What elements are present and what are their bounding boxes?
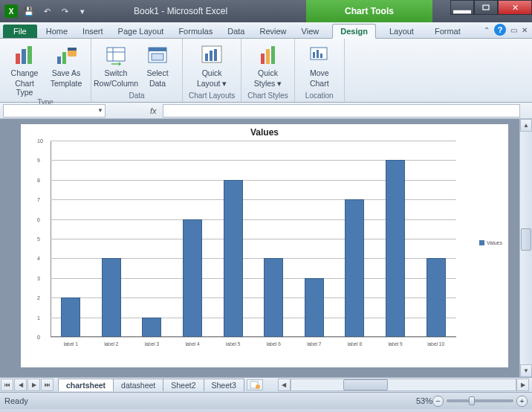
sheet-tab-bar: ⏮ ◀ ▶ ⏭ chartsheet datasheet Sheet2 Shee… (0, 378, 532, 393)
zoom-in-button[interactable]: + (516, 396, 528, 407)
svg-rect-17 (210, 51, 213, 61)
scroll-up-button[interactable]: ▲ (520, 119, 532, 132)
new-sheet-button[interactable] (247, 379, 263, 390)
chart-bar[interactable] (142, 318, 161, 337)
sheet-tab-sheet3[interactable]: Sheet3 (204, 379, 244, 391)
zoom-out-button[interactable]: − (432, 396, 444, 407)
formula-input[interactable] (163, 104, 520, 118)
vertical-scrollbar[interactable]: ▲ ▼ (519, 119, 532, 377)
undo-icon[interactable]: ↶ (39, 3, 55, 19)
sheet-nav-last[interactable]: ⏭ (41, 379, 53, 391)
svg-rect-25 (320, 54, 322, 58)
group-label-location: Location (305, 90, 334, 102)
quick-styles-button[interactable]: Quick Styles ▾ (250, 42, 287, 90)
chart-sheet[interactable]: Values 012345678910 label 1label 2label … (20, 123, 509, 368)
tab-layout[interactable]: Layout (382, 25, 421, 38)
tab-file[interactable]: File (3, 25, 37, 38)
chart-legend[interactable]: Values (479, 240, 502, 245)
maximize-button[interactable] (474, 0, 498, 15)
ribbon-group-type: Change Chart Type Save As Template Type (0, 39, 91, 102)
select-data-button[interactable]: Select Data (139, 42, 176, 90)
chart-title[interactable]: Values (21, 124, 508, 138)
sheet-nav-prev[interactable]: ◀ (14, 379, 27, 391)
svg-rect-14 (152, 54, 163, 60)
save-as-template-button[interactable]: Save As Template (48, 42, 85, 97)
tab-design[interactable]: Design (332, 24, 376, 39)
hscroll-right[interactable]: ▶ (516, 379, 529, 391)
sheet-nav-next[interactable]: ▶ (27, 379, 40, 391)
excel-icon[interactable]: X (3, 3, 19, 19)
svg-rect-5 (57, 57, 61, 64)
qat-customize-icon[interactable]: ▾ (74, 3, 91, 19)
work-area: Values 012345678910 label 1label 2label … (0, 119, 532, 378)
hscroll-track[interactable] (291, 379, 516, 391)
sheet-tab-chartsheet[interactable]: chartsheet (58, 379, 114, 391)
change-chart-type-button[interactable]: Change Chart Type (6, 42, 43, 97)
chart-bar[interactable] (426, 258, 446, 337)
chart-bar[interactable] (102, 258, 121, 337)
bar-slot: label 3 (132, 141, 172, 337)
chart-bar[interactable] (264, 258, 283, 337)
scroll-thumb[interactable] (521, 228, 531, 251)
chart-bar[interactable] (61, 297, 80, 337)
workbook-restore-icon[interactable]: ▭ (510, 26, 517, 34)
tab-format[interactable]: Format (427, 25, 468, 38)
y-tick-label: 4 (37, 256, 40, 261)
redo-icon[interactable]: ↷ (56, 3, 73, 19)
chart-plot-area[interactable]: 012345678910 label 1label 2label 3label … (51, 141, 456, 349)
name-box[interactable]: ▼ (3, 104, 106, 118)
minimize-button[interactable] (450, 0, 474, 15)
quick-layout-button[interactable]: Quick Layout ▾ (193, 42, 230, 90)
select-data-icon (146, 43, 169, 67)
zoom-track[interactable] (447, 399, 513, 402)
zoom-thumb[interactable] (469, 396, 475, 405)
chart-bar[interactable] (183, 219, 202, 337)
hscroll-thumb[interactable] (343, 379, 388, 390)
workbook-close-icon[interactable]: ✕ (522, 26, 528, 34)
group-label-data: Data (129, 90, 144, 102)
chart-bar[interactable] (345, 199, 364, 337)
horizontal-scrollbar[interactable]: ◀ ▶ (278, 379, 529, 391)
template-icon (54, 43, 78, 67)
chart-bar[interactable] (386, 160, 405, 337)
tab-review[interactable]: Review (252, 25, 293, 38)
chart-bar[interactable] (224, 180, 243, 337)
bar-slot: label 5 (213, 141, 253, 337)
bar-slot: label 4 (172, 141, 213, 337)
tab-page-layout[interactable]: Page Layout (111, 25, 172, 38)
formula-bar: ▼ fx (0, 103, 532, 119)
sheet-tab-datasheet[interactable]: datasheet (113, 379, 163, 391)
y-tick-label: 3 (37, 275, 40, 280)
zoom-slider[interactable]: − + (432, 396, 528, 407)
hscroll-left[interactable]: ◀ (278, 379, 291, 391)
ribbon-group-chart-layouts: Quick Layout ▾ Chart Layouts (183, 39, 241, 102)
minimize-ribbon-icon[interactable]: ⌃ (484, 26, 490, 34)
svg-rect-1 (483, 5, 489, 10)
y-tick-label: 9 (37, 158, 40, 163)
bar-slot: label 8 (334, 141, 375, 337)
save-icon[interactable]: 💾 (21, 3, 37, 19)
sheet-nav-first[interactable]: ⏮ (1, 379, 13, 391)
tab-home[interactable]: Home (39, 25, 75, 38)
legend-swatch (479, 240, 484, 245)
name-box-dropdown-icon[interactable]: ▼ (97, 107, 103, 114)
svg-rect-6 (62, 52, 66, 64)
tab-insert[interactable]: Insert (75, 25, 111, 38)
move-chart-button[interactable]: Move Chart (301, 42, 338, 90)
scroll-track[interactable] (520, 132, 532, 364)
close-button[interactable]: ✕ (498, 0, 532, 15)
sheet-tab-sheet2[interactable]: Sheet2 (163, 379, 204, 391)
contextual-tab-header: Chart Tools (306, 0, 432, 22)
scroll-down-button[interactable]: ▼ (520, 364, 532, 377)
chart-bars: label 1label 2label 3label 4label 5label… (51, 141, 456, 337)
tab-view[interactable]: View (294, 25, 327, 38)
tab-data[interactable]: Data (220, 25, 252, 38)
zoom-percent[interactable]: 53% (416, 396, 432, 405)
y-tick-label: 6 (37, 216, 40, 222)
tab-formulas[interactable]: Formulas (171, 25, 220, 38)
ribbon-group-chart-styles: Quick Styles ▾ Chart Styles (241, 39, 294, 102)
switch-row-column-button[interactable]: Switch Row/Column (97, 42, 134, 90)
fx-label[interactable]: fx (106, 106, 163, 115)
help-icon[interactable]: ? (494, 24, 506, 36)
chart-bar[interactable] (305, 278, 324, 337)
